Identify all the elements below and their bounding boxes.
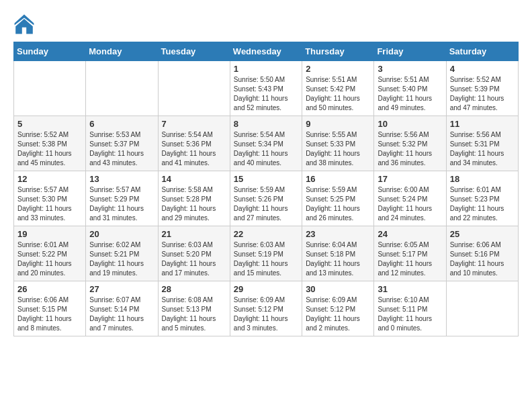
day-number: 26 bbox=[17, 284, 82, 294]
calendar-cell: 11Sunrise: 5:56 AM Sunset: 5:31 PM Dayli… bbox=[446, 116, 518, 171]
day-info: Sunrise: 6:05 AM Sunset: 5:17 PM Dayligh… bbox=[378, 240, 442, 278]
calendar-cell: 26Sunrise: 6:06 AM Sunset: 5:15 PM Dayli… bbox=[14, 281, 86, 336]
page: SundayMondayTuesdayWednesdayThursdayFrid… bbox=[0, 0, 532, 343]
calendar-cell: 28Sunrise: 6:08 AM Sunset: 5:13 PM Dayli… bbox=[158, 281, 230, 336]
day-info: Sunrise: 5:57 AM Sunset: 5:29 PM Dayligh… bbox=[89, 185, 154, 223]
weekday-tuesday: Tuesday bbox=[158, 42, 230, 61]
day-number: 30 bbox=[306, 284, 370, 294]
day-info: Sunrise: 5:51 AM Sunset: 5:40 PM Dayligh… bbox=[378, 75, 442, 113]
day-number: 2 bbox=[306, 64, 370, 74]
day-info: Sunrise: 6:01 AM Sunset: 5:22 PM Dayligh… bbox=[17, 240, 82, 278]
day-number: 12 bbox=[17, 174, 82, 184]
weekday-saturday: Saturday bbox=[446, 42, 518, 61]
calendar-cell: 15Sunrise: 5:59 AM Sunset: 5:26 PM Dayli… bbox=[230, 171, 302, 226]
day-info: Sunrise: 6:02 AM Sunset: 5:21 PM Dayligh… bbox=[89, 240, 154, 278]
calendar-cell: 2Sunrise: 5:51 AM Sunset: 5:42 PM Daylig… bbox=[302, 61, 374, 116]
calendar-cell: 20Sunrise: 6:02 AM Sunset: 5:21 PM Dayli… bbox=[86, 226, 158, 281]
day-number: 14 bbox=[162, 174, 226, 184]
logo-icon bbox=[13, 13, 35, 35]
calendar-cell: 10Sunrise: 5:56 AM Sunset: 5:32 PM Dayli… bbox=[374, 116, 446, 171]
day-number: 17 bbox=[378, 174, 442, 184]
day-number: 9 bbox=[306, 119, 370, 129]
weekday-header-row: SundayMondayTuesdayWednesdayThursdayFrid… bbox=[14, 42, 519, 61]
day-info: Sunrise: 5:53 AM Sunset: 5:37 PM Dayligh… bbox=[89, 130, 154, 168]
day-info: Sunrise: 6:03 AM Sunset: 5:20 PM Dayligh… bbox=[162, 240, 226, 278]
day-info: Sunrise: 6:09 AM Sunset: 5:12 PM Dayligh… bbox=[234, 295, 298, 333]
day-info: Sunrise: 5:56 AM Sunset: 5:32 PM Dayligh… bbox=[378, 130, 442, 168]
day-number: 24 bbox=[378, 229, 442, 239]
calendar-cell: 29Sunrise: 6:09 AM Sunset: 5:12 PM Dayli… bbox=[230, 281, 302, 336]
day-number: 13 bbox=[89, 174, 154, 184]
day-number: 31 bbox=[378, 284, 442, 294]
day-number: 7 bbox=[162, 119, 226, 129]
calendar-cell: 16Sunrise: 5:59 AM Sunset: 5:25 PM Dayli… bbox=[302, 171, 374, 226]
day-number: 4 bbox=[450, 64, 515, 74]
calendar-cell: 22Sunrise: 6:03 AM Sunset: 5:19 PM Dayli… bbox=[230, 226, 302, 281]
day-info: Sunrise: 6:04 AM Sunset: 5:18 PM Dayligh… bbox=[306, 240, 370, 278]
calendar-cell: 17Sunrise: 6:00 AM Sunset: 5:24 PM Dayli… bbox=[374, 171, 446, 226]
day-info: Sunrise: 5:52 AM Sunset: 5:38 PM Dayligh… bbox=[17, 130, 82, 168]
weekday-sunday: Sunday bbox=[14, 42, 86, 61]
calendar-cell: 12Sunrise: 5:57 AM Sunset: 5:30 PM Dayli… bbox=[14, 171, 86, 226]
day-number: 3 bbox=[378, 64, 442, 74]
day-info: Sunrise: 5:58 AM Sunset: 5:28 PM Dayligh… bbox=[162, 185, 226, 223]
day-info: Sunrise: 6:10 AM Sunset: 5:11 PM Dayligh… bbox=[378, 295, 442, 333]
day-info: Sunrise: 5:59 AM Sunset: 5:26 PM Dayligh… bbox=[234, 185, 298, 223]
day-number: 5 bbox=[17, 119, 82, 129]
calendar-cell: 7Sunrise: 5:54 AM Sunset: 5:36 PM Daylig… bbox=[158, 116, 230, 171]
day-number: 10 bbox=[378, 119, 442, 129]
day-info: Sunrise: 5:59 AM Sunset: 5:25 PM Dayligh… bbox=[306, 185, 370, 223]
calendar-cell bbox=[446, 281, 518, 336]
day-number: 21 bbox=[162, 229, 226, 239]
calendar-cell: 19Sunrise: 6:01 AM Sunset: 5:22 PM Dayli… bbox=[14, 226, 86, 281]
day-number: 1 bbox=[234, 64, 298, 74]
day-info: Sunrise: 5:54 AM Sunset: 5:36 PM Dayligh… bbox=[162, 130, 226, 168]
header bbox=[13, 13, 519, 35]
calendar-week-1: 1Sunrise: 5:50 AM Sunset: 5:43 PM Daylig… bbox=[14, 61, 519, 116]
calendar-cell: 25Sunrise: 6:06 AM Sunset: 5:16 PM Dayli… bbox=[446, 226, 518, 281]
day-number: 29 bbox=[234, 284, 298, 294]
calendar-table: SundayMondayTuesdayWednesdayThursdayFrid… bbox=[13, 42, 519, 336]
day-info: Sunrise: 6:09 AM Sunset: 5:12 PM Dayligh… bbox=[306, 295, 370, 333]
day-number: 22 bbox=[234, 229, 298, 239]
calendar-cell: 18Sunrise: 6:01 AM Sunset: 5:23 PM Dayli… bbox=[446, 171, 518, 226]
calendar-cell: 9Sunrise: 5:55 AM Sunset: 5:33 PM Daylig… bbox=[302, 116, 374, 171]
calendar-week-5: 26Sunrise: 6:06 AM Sunset: 5:15 PM Dayli… bbox=[14, 281, 519, 336]
logo bbox=[13, 13, 38, 35]
calendar-cell: 1Sunrise: 5:50 AM Sunset: 5:43 PM Daylig… bbox=[230, 61, 302, 116]
day-info: Sunrise: 6:06 AM Sunset: 5:16 PM Dayligh… bbox=[450, 240, 515, 278]
day-info: Sunrise: 5:56 AM Sunset: 5:31 PM Dayligh… bbox=[450, 130, 515, 168]
day-info: Sunrise: 6:07 AM Sunset: 5:14 PM Dayligh… bbox=[89, 295, 154, 333]
day-info: Sunrise: 5:50 AM Sunset: 5:43 PM Dayligh… bbox=[234, 75, 298, 113]
day-info: Sunrise: 5:52 AM Sunset: 5:39 PM Dayligh… bbox=[450, 75, 515, 113]
calendar-cell: 27Sunrise: 6:07 AM Sunset: 5:14 PM Dayli… bbox=[86, 281, 158, 336]
calendar-cell: 13Sunrise: 5:57 AM Sunset: 5:29 PM Dayli… bbox=[86, 171, 158, 226]
day-info: Sunrise: 5:57 AM Sunset: 5:30 PM Dayligh… bbox=[17, 185, 82, 223]
day-number: 20 bbox=[89, 229, 154, 239]
day-number: 15 bbox=[234, 174, 298, 184]
weekday-monday: Monday bbox=[86, 42, 158, 61]
day-number: 25 bbox=[450, 229, 515, 239]
day-info: Sunrise: 6:01 AM Sunset: 5:23 PM Dayligh… bbox=[450, 185, 515, 223]
calendar-cell: 31Sunrise: 6:10 AM Sunset: 5:11 PM Dayli… bbox=[374, 281, 446, 336]
day-number: 27 bbox=[89, 284, 154, 294]
day-info: Sunrise: 5:51 AM Sunset: 5:42 PM Dayligh… bbox=[306, 75, 370, 113]
day-info: Sunrise: 6:08 AM Sunset: 5:13 PM Dayligh… bbox=[162, 295, 226, 333]
day-number: 16 bbox=[306, 174, 370, 184]
calendar-cell: 5Sunrise: 5:52 AM Sunset: 5:38 PM Daylig… bbox=[14, 116, 86, 171]
calendar-cell: 21Sunrise: 6:03 AM Sunset: 5:20 PM Dayli… bbox=[158, 226, 230, 281]
calendar-cell: 30Sunrise: 6:09 AM Sunset: 5:12 PM Dayli… bbox=[302, 281, 374, 336]
day-number: 8 bbox=[234, 119, 298, 129]
day-info: Sunrise: 5:54 AM Sunset: 5:34 PM Dayligh… bbox=[234, 130, 298, 168]
calendar-cell: 6Sunrise: 5:53 AM Sunset: 5:37 PM Daylig… bbox=[86, 116, 158, 171]
calendar-week-3: 12Sunrise: 5:57 AM Sunset: 5:30 PM Dayli… bbox=[14, 171, 519, 226]
calendar-cell bbox=[86, 61, 158, 116]
day-number: 6 bbox=[89, 119, 154, 129]
calendar-cell: 24Sunrise: 6:05 AM Sunset: 5:17 PM Dayli… bbox=[374, 226, 446, 281]
day-info: Sunrise: 6:00 AM Sunset: 5:24 PM Dayligh… bbox=[378, 185, 442, 223]
day-number: 18 bbox=[450, 174, 515, 184]
calendar-week-2: 5Sunrise: 5:52 AM Sunset: 5:38 PM Daylig… bbox=[14, 116, 519, 171]
calendar-cell bbox=[158, 61, 230, 116]
day-number: 28 bbox=[162, 284, 226, 294]
calendar-cell: 8Sunrise: 5:54 AM Sunset: 5:34 PM Daylig… bbox=[230, 116, 302, 171]
